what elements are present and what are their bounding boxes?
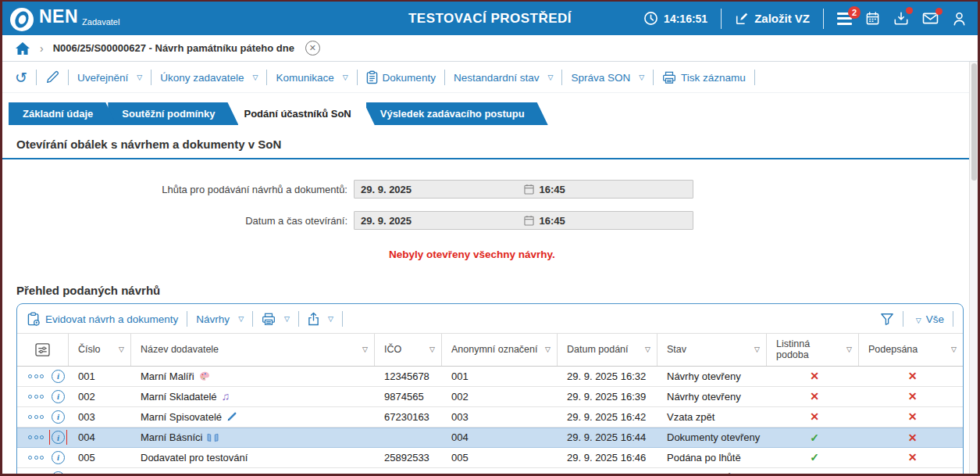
row-actions-icon[interactable]	[28, 435, 44, 439]
table-row[interactable]: i 003 Marní Spisovatelé 67230163 003 29.…	[17, 407, 963, 428]
row-actions-icon[interactable]	[28, 395, 44, 399]
breadcrumb-item[interactable]: N006/25/S00000627 - Návrh památníku páte…	[53, 42, 294, 54]
column-header-anonymni[interactable]: Anonymní označení▽	[442, 334, 558, 366]
filter-button[interactable]	[880, 313, 894, 326]
sort-icon[interactable]: ▽	[426, 345, 435, 353]
cell-cislo: 002	[69, 391, 131, 403]
cell-nazev: Dodavatel pro testování	[131, 452, 375, 463]
table-header: Číslo▽ Název dodavatele▽ IČO▽ Anonymní o…	[17, 333, 963, 367]
cell-ico: 67230163	[375, 411, 442, 423]
cell-datum: 29. 9. 2025 16:46	[558, 452, 657, 463]
row-actions-icon[interactable]	[28, 456, 44, 460]
profile-button[interactable]	[952, 11, 967, 27]
column-header-ico[interactable]: IČO▽	[375, 334, 442, 366]
create-vz-button[interactable]: Založit VZ	[735, 12, 810, 26]
row-actions-icon[interactable]	[28, 415, 44, 419]
column-settings-header[interactable]	[17, 334, 69, 366]
messages-button[interactable]	[922, 12, 939, 25]
row-info-button[interactable]: i	[50, 389, 66, 404]
print-record-button[interactable]: Tisk záznamu	[662, 71, 746, 84]
cell-anonymni: 005	[442, 452, 558, 463]
downloads-button[interactable]	[893, 11, 909, 26]
cell-ico: 9874565	[375, 391, 442, 403]
deadline-date-value[interactable]: 29. 9. 2025	[355, 184, 524, 195]
cell-listinna: ✕	[767, 390, 859, 403]
home-icon[interactable]	[15, 41, 30, 55]
column-header-nazev[interactable]: Název dodavatele▽	[131, 334, 375, 366]
sort-icon[interactable]: ▽	[843, 345, 852, 353]
tab-soutezni-podminky[interactable]: Soutěžní podmínky	[108, 102, 238, 125]
music-note-icon: ♫	[222, 390, 230, 403]
menu-sprava-son[interactable]: Správa SON	[571, 72, 644, 84]
column-header-cislo[interactable]: Číslo▽	[69, 334, 131, 366]
row-info-button[interactable]: i	[50, 471, 66, 476]
cell-listinna: ✓	[767, 431, 859, 444]
notification-dot	[906, 7, 913, 14]
menu-nestandardni-stav[interactable]: Nestandardní stav	[454, 72, 553, 84]
edit-record-button[interactable]	[45, 70, 59, 84]
column-header-datum[interactable]: Datum podání▽	[558, 334, 657, 366]
calendar-button[interactable]	[865, 11, 880, 26]
tab-podani-ucastniku-son[interactable]: Podání účastníků SoN	[230, 102, 374, 125]
clock-icon	[643, 11, 658, 26]
divider	[653, 70, 654, 85]
column-header-listinna[interactable]: Listinná podoba▽	[767, 334, 859, 366]
edit-icon	[735, 12, 749, 26]
history-button[interactable]: ↺	[15, 70, 27, 85]
page-scrollbar[interactable]	[969, 62, 978, 474]
column-header-podepsana[interactable]: Podepsána▽	[859, 334, 963, 366]
scrollbar-thumb[interactable]	[971, 63, 977, 181]
info-icon: i	[52, 410, 65, 424]
row-info-button[interactable]: i	[50, 410, 66, 424]
cell-ico: 12345678	[375, 370, 442, 382]
sort-icon[interactable]: ▽	[542, 345, 551, 353]
sort-icon[interactable]: ▽	[116, 345, 124, 353]
register-proposal-button[interactable]: Evidovat návrh a dokumenty	[27, 312, 178, 327]
divider	[754, 70, 755, 85]
cell-datum: 29. 9. 2025 16:44	[558, 431, 657, 443]
row-info-button[interactable]: i	[50, 369, 66, 384]
table-row[interactable]: i 002 Marní Skladatelé♫ 9874565 002 29. …	[17, 387, 963, 407]
row-info-button[interactable]: i	[50, 450, 66, 465]
tab-zakladni-udaje[interactable]: Základní údaje	[9, 102, 116, 125]
sort-icon[interactable]: ▽	[642, 345, 650, 353]
tab-vysledek-zadavaciho-postupu[interactable]: Výsledek zadávacího postupu	[366, 102, 548, 125]
menu-ukony-zadavatele[interactable]: Úkony zadavatele	[160, 72, 258, 84]
cell-anonymni: 002	[442, 391, 558, 403]
sort-icon[interactable]: ▽	[751, 345, 760, 353]
divider	[36, 70, 37, 85]
row-actions-icon[interactable]	[28, 374, 44, 378]
chevron-right-icon: ›	[40, 42, 44, 55]
record-tabs: Základní údaje Soutěžní podmínky Podání …	[9, 102, 978, 125]
nen-logo[interactable]: NEN Zadavatel	[10, 6, 119, 31]
cell-nazev: Marní Malíři	[131, 370, 375, 382]
deadline-time-value[interactable]: 16:45	[524, 184, 565, 195]
session-time: 14:16:51	[664, 13, 707, 25]
table-row[interactable]: i 001 Marní Malíři 12345678 001 29. 9. 2…	[17, 367, 963, 387]
cell-stav: Podána po lhůtě	[657, 452, 767, 463]
cell-podepsana: ✕	[859, 471, 963, 476]
table-row[interactable]: i 005 Dodavatel pro testování 25892533 0…	[17, 448, 963, 468]
sort-icon[interactable]: ▽	[359, 345, 368, 353]
export-button[interactable]	[308, 312, 333, 326]
print-grid-button[interactable]	[262, 313, 290, 326]
navrhy-menu-button[interactable]: Návrhy	[196, 313, 244, 325]
row-info-button[interactable]: i	[50, 430, 66, 445]
menu-uverejneni[interactable]: Uveřejnění	[77, 72, 142, 84]
view-all-selector[interactable]: Vše	[912, 313, 944, 325]
main-menu-button[interactable]: 2	[837, 13, 852, 25]
close-record-button[interactable]: ✕	[305, 41, 320, 55]
cell-stav: Podána po lhůtě	[657, 472, 767, 476]
opening-date-value[interactable]: 29. 9. 2025	[355, 215, 524, 227]
notification-dot	[935, 8, 943, 15]
menu-komunikace[interactable]: Komunikace	[276, 72, 347, 84]
table-row[interactable]: i 004 Marní Básníci 004 29. 9. 2025 16:4…	[17, 428, 963, 448]
table-row[interactable]: i 006 Dodavatel testovací 89547621 006 2…	[17, 468, 963, 476]
menu-dokumenty[interactable]: Dokumenty	[366, 70, 436, 84]
cell-listinna: ✓	[767, 471, 859, 476]
opening-time-value[interactable]: 16:45	[524, 215, 565, 227]
column-header-stav[interactable]: Stav▽	[657, 334, 767, 366]
sort-icon[interactable]: ▽	[948, 345, 957, 353]
info-icon: i	[52, 370, 65, 383]
check-icon: ✓	[810, 471, 819, 476]
